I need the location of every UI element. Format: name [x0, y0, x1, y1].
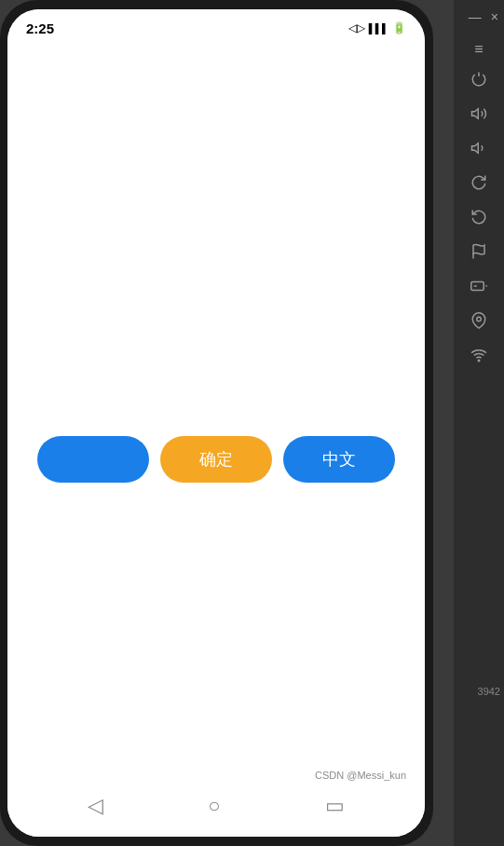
phone-screen: 2:25 ◁▷ ▌▌▌ 🔋 tY 确定 中文 ◁ ○ ▭ — [7, 9, 425, 837]
chinese-button[interactable]: 中文 — [283, 436, 395, 483]
close-button[interactable]: × — [489, 7, 500, 26]
volume-up-icon — [470, 105, 487, 127]
battery-icon-row[interactable] — [454, 272, 504, 305]
signal-icon: ▌▌▌ — [369, 23, 388, 34]
location-icon — [470, 312, 487, 334]
sidebar-top-controls: — × — [454, 7, 504, 26]
home-nav-icon[interactable]: ○ — [208, 794, 220, 818]
menu-icon-row[interactable]: ≡ — [454, 35, 504, 63]
svg-point-5 — [477, 317, 482, 321]
power-icon-row[interactable] — [454, 65, 504, 98]
rotate-left-icon-row[interactable] — [454, 203, 504, 236]
status-bar: 2:25 ◁▷ ▌▌▌ 🔋 — [7, 9, 425, 43]
flag-icon — [470, 243, 487, 265]
power-icon — [470, 71, 487, 92]
volume-down-icon — [470, 140, 487, 161]
sidebar-page-number: 3942 — [478, 686, 500, 697]
watermark: CSDN @Messi_kun — [315, 770, 406, 781]
battery-icon — [470, 278, 487, 299]
confirm-button[interactable]: 确定 — [160, 436, 272, 483]
volume-up-icon-row[interactable] — [454, 100, 504, 132]
svg-point-6 — [478, 360, 480, 362]
back-nav-icon[interactable]: ◁ — [88, 794, 103, 818]
wifi-icon-row[interactable] — [454, 341, 504, 374]
recent-nav-icon[interactable]: ▭ — [325, 794, 345, 818]
status-time: 2:25 — [26, 20, 54, 36]
rotate-right-icon — [470, 174, 487, 196]
wifi-icon — [470, 347, 487, 368]
screen-content: tY 确定 中文 ◁ ○ ▭ CSDN @Messi_kun — [7, 43, 425, 837]
svg-marker-1 — [472, 143, 479, 154]
svg-rect-3 — [471, 282, 484, 291]
location-icon-row[interactable] — [454, 307, 504, 339]
flag-icon-row[interactable] — [454, 238, 504, 270]
rotate-right-icon-row[interactable] — [454, 169, 504, 201]
bottom-nav: ◁ ○ ▭ — [7, 785, 425, 827]
left-blue-button[interactable] — [37, 436, 149, 483]
volume-down-icon-row[interactable] — [454, 134, 504, 167]
phone-frame: 2:25 ◁▷ ▌▌▌ 🔋 tY 确定 中文 ◁ ○ ▭ — [0, 0, 433, 846]
status-icons: ◁▷ ▌▌▌ 🔋 — [348, 21, 406, 34]
emulator-sidebar: — × ≡ — [454, 0, 504, 846]
rotate-left-icon — [470, 209, 487, 230]
connection-icon: ◁▷ — [348, 21, 365, 34]
hamburger-icon: ≡ — [474, 41, 483, 58]
battery-status-icon: 🔋 — [392, 21, 406, 34]
minimize-button[interactable]: — — [467, 7, 484, 26]
svg-marker-0 — [472, 109, 479, 119]
buttons-row: 确定 中文 — [7, 436, 425, 483]
